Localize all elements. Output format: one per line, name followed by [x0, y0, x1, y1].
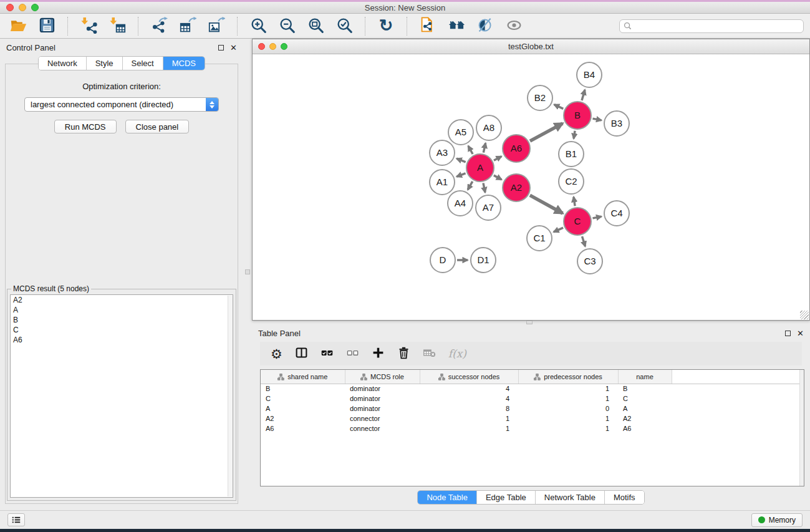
- network-window-titlebar[interactable]: testGlobe.txt: [253, 39, 809, 54]
- zoom-fit-button[interactable]: [304, 16, 327, 37]
- node-A5[interactable]: A5: [448, 120, 473, 145]
- node-C3[interactable]: C3: [577, 249, 602, 274]
- table-float-panel-icon[interactable]: [785, 331, 791, 336]
- edge-A-A5[interactable]: [468, 146, 473, 154]
- network-graph[interactable]: B4B2BB3B1A5A8A6A3AA1A2C2A4A7CC4C1C3DD1: [253, 54, 809, 320]
- node-A1[interactable]: A1: [430, 170, 455, 195]
- tab-mcds[interactable]: MCDS: [163, 57, 205, 70]
- tab-network[interactable]: Network: [39, 57, 87, 70]
- network-close-button[interactable]: [258, 43, 265, 50]
- edge-C-C1[interactable]: [554, 228, 563, 232]
- edge-A6-B[interactable]: [530, 123, 562, 141]
- edge-B-B3[interactable]: [593, 118, 602, 120]
- memory-button[interactable]: Memory: [751, 513, 803, 527]
- table-cell[interactable]: A: [618, 404, 672, 414]
- network-zoom-button[interactable]: [281, 43, 287, 50]
- zoom-out-button[interactable]: [275, 16, 299, 37]
- node-A2[interactable]: A2: [503, 174, 530, 201]
- table-cell[interactable]: 4: [420, 384, 518, 394]
- search-field[interactable]: [619, 19, 804, 33]
- mcds-result-item[interactable]: A6: [11, 335, 233, 345]
- column-header[interactable]: successor nodes: [420, 370, 518, 384]
- table-cell[interactable]: C: [618, 394, 672, 404]
- zoom-window-button[interactable]: [31, 4, 39, 11]
- node-C[interactable]: C: [564, 208, 591, 235]
- edge-C-C2[interactable]: [574, 197, 575, 206]
- edge-C-C3[interactable]: [582, 236, 586, 246]
- table-cell[interactable]: A2: [261, 414, 345, 423]
- node-B4[interactable]: B4: [577, 62, 602, 87]
- table-row[interactable]: A2connector11A2: [261, 414, 804, 423]
- node-A7[interactable]: A7: [476, 195, 501, 220]
- table-cell[interactable]: 1: [420, 414, 518, 423]
- tab-network-table[interactable]: Network Table: [536, 491, 605, 504]
- mcds-result-item[interactable]: A2: [11, 295, 233, 305]
- node-A3[interactable]: A3: [430, 140, 455, 165]
- table-row[interactable]: Adominator80A: [261, 404, 804, 414]
- node-D1[interactable]: D1: [471, 248, 496, 273]
- node-B2[interactable]: B2: [528, 85, 552, 110]
- task-history-button[interactable]: [7, 513, 25, 526]
- table-splitter-handle[interactable]: [526, 321, 533, 324]
- network-minimize-button[interactable]: [269, 43, 276, 50]
- node-A[interactable]: A: [466, 154, 494, 181]
- home-button[interactable]: [445, 16, 468, 37]
- table-cell[interactable]: 1: [518, 414, 618, 423]
- table-cell[interactable]: C: [261, 394, 345, 404]
- table-cell[interactable]: connector: [345, 423, 420, 433]
- resize-grip-icon[interactable]: [800, 311, 809, 319]
- tab-edge-table[interactable]: Edge Table: [477, 491, 536, 504]
- edge-B-B4[interactable]: [582, 90, 585, 100]
- show-visual-details-button[interactable]: [502, 16, 526, 37]
- close-window-button[interactable]: [6, 4, 14, 11]
- mcds-result-item[interactable]: B: [11, 315, 233, 325]
- import-network-button[interactable]: [77, 16, 100, 37]
- export-image-button[interactable]: [205, 16, 228, 37]
- edge-A-A7[interactable]: [483, 183, 485, 193]
- node-B[interactable]: B: [564, 102, 591, 129]
- table-cell[interactable]: 0: [518, 404, 618, 414]
- search-input[interactable]: [634, 21, 799, 31]
- panel-splitter[interactable]: [243, 39, 252, 510]
- table-cell[interactable]: 4: [420, 394, 518, 404]
- edge-A-A2[interactable]: [494, 175, 502, 180]
- column-header[interactable]: predecessor nodes: [518, 370, 618, 384]
- edge-B-B1[interactable]: [574, 131, 575, 139]
- float-panel-icon[interactable]: [218, 45, 224, 51]
- network-canvas[interactable]: B4B2BB3B1A5A8A6A3AA1A2C2A4A7CC4C1C3DD1: [253, 54, 809, 320]
- node-B3[interactable]: B3: [604, 111, 629, 136]
- edge-A-A6[interactable]: [494, 157, 501, 161]
- split-panel-columns-button[interactable]: [295, 346, 308, 361]
- node-C1[interactable]: C1: [527, 226, 552, 251]
- edge-B-B2[interactable]: [554, 105, 564, 109]
- node-C4[interactable]: C4: [604, 201, 629, 226]
- table-cell[interactable]: A2: [618, 414, 672, 423]
- minimize-window-button[interactable]: [19, 4, 26, 11]
- table-cell[interactable]: 1: [518, 423, 618, 433]
- table-cell[interactable]: A: [261, 404, 345, 414]
- unselect-all-rows-button[interactable]: [346, 346, 359, 361]
- table-cell[interactable]: 8: [420, 404, 518, 414]
- table-cell[interactable]: 1: [420, 423, 518, 433]
- delete-column-button[interactable]: [397, 346, 410, 361]
- node-A6[interactable]: A6: [503, 135, 530, 162]
- table-cell[interactable]: connector: [345, 414, 420, 423]
- run-mcds-button[interactable]: Run MCDS: [54, 120, 117, 133]
- select-all-rows-button[interactable]: [321, 346, 334, 361]
- zoom-selected-button[interactable]: [332, 16, 356, 37]
- zoom-in-button[interactable]: [246, 16, 270, 37]
- result-list-scrollbar[interactable]: [228, 296, 233, 496]
- table-row[interactable]: Cdominator41C: [261, 394, 804, 404]
- table-cell[interactable]: B: [618, 384, 672, 394]
- column-header[interactable]: name: [618, 370, 672, 384]
- hide-visual-details-button[interactable]: [473, 16, 497, 37]
- tab-motifs[interactable]: Motifs: [605, 491, 644, 504]
- node-A4[interactable]: A4: [448, 191, 473, 216]
- edge-A2-C[interactable]: [530, 195, 563, 213]
- table-row[interactable]: A6connector11A6: [261, 423, 804, 433]
- table-cell[interactable]: A6: [261, 423, 345, 433]
- export-table-button[interactable]: [176, 16, 200, 37]
- save-session-button[interactable]: [35, 16, 59, 37]
- tab-node-table[interactable]: Node Table: [418, 491, 477, 504]
- table-cell[interactable]: dominator: [345, 404, 420, 414]
